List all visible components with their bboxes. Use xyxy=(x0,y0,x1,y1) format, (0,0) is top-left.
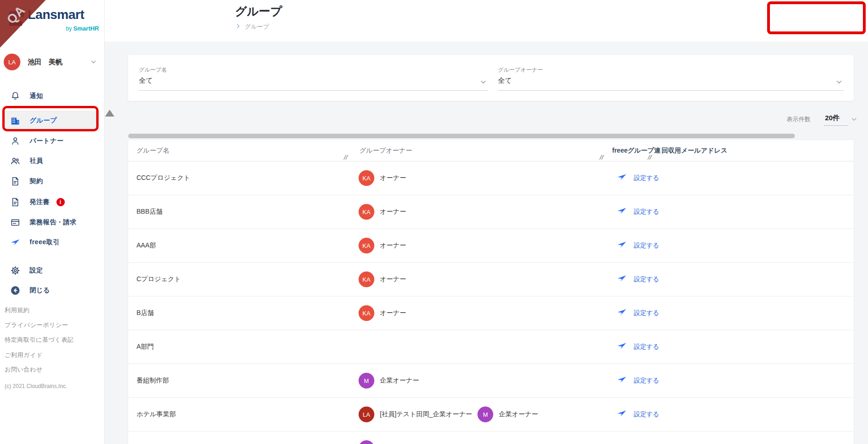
group-name-cell: A部門 xyxy=(128,343,348,351)
sidebar-item-label: freee取引 xyxy=(30,238,60,247)
breadcrumb-item: グループ xyxy=(245,23,269,31)
sidebar-item-label: 社員 xyxy=(30,157,43,165)
user-menu[interactable]: LA 池田 美帆 xyxy=(3,52,101,72)
freee-setup-link[interactable]: 設定する xyxy=(634,376,659,385)
filter-panel: グループ名 全て グループオーナー 全て xyxy=(128,55,854,101)
logo-byline: by SmartHR xyxy=(66,25,99,32)
owner-avatar: KA xyxy=(359,305,374,321)
freee-link-cell: 設定する xyxy=(604,172,652,184)
freee-swallow-icon xyxy=(617,408,627,420)
select-underline xyxy=(824,125,848,126)
group-name-select[interactable]: グループ名 全て xyxy=(139,66,488,92)
footer-link[interactable]: ご利用ガイド xyxy=(5,351,43,359)
freee-setup-link[interactable]: 設定する xyxy=(634,174,659,182)
chevron-down-icon xyxy=(850,116,858,125)
bell-icon xyxy=(10,91,20,101)
column-header-group-owner: グループオーナー xyxy=(348,147,604,155)
sidebar-item-employees[interactable]: 社員 xyxy=(0,151,105,171)
freee-swallow-icon xyxy=(617,172,627,184)
freee-swallow-icon xyxy=(617,240,627,252)
freee-setup-link[interactable]: 設定する xyxy=(634,208,659,216)
owner-avatar: KA xyxy=(359,204,374,220)
freee-swallow-icon xyxy=(617,375,627,387)
footer-link[interactable]: 特定商取引に基づく表記 xyxy=(5,336,74,344)
column-resize-grip-icon[interactable] xyxy=(646,154,653,160)
horizontal-scrollbar[interactable] xyxy=(128,134,795,138)
freee-setup-link[interactable]: 設定する xyxy=(634,275,659,284)
freee-link-cell: 設定する xyxy=(604,442,652,444)
people-icon xyxy=(10,156,20,166)
table-row: AAA部KAオーナー設定する xyxy=(128,229,854,263)
sidebar-item-contracts[interactable]: 契約 xyxy=(0,171,105,191)
person-icon xyxy=(10,136,20,146)
freee-swallow-icon xyxy=(617,341,627,353)
freee-swallow-icon xyxy=(617,307,627,319)
owner-name: 企業オーナー xyxy=(499,410,538,419)
document-icon xyxy=(10,176,20,186)
freee-link-cell: 設定する xyxy=(604,273,652,285)
group-name-cell: Cプロジェクト xyxy=(128,275,348,284)
group-owner-cell xyxy=(348,440,604,444)
app-root: Lansmart by SmartHR QA LA 池田 美帆 通知グループパー… xyxy=(0,0,868,444)
group-owner-select[interactable]: グループオーナー 全て xyxy=(498,66,844,92)
copyright-text: (c) 2021 CloudBrains,Inc. xyxy=(5,383,67,389)
footer-link[interactable]: 利用規約 xyxy=(5,306,30,314)
owner-avatar: KA xyxy=(359,170,374,186)
table-header-row: グループ名 グループオーナー freeeグループ連 回収用メールアドレス xyxy=(128,140,854,161)
table-row: 設定する xyxy=(128,432,854,444)
group-owner-cell: KAオーナー xyxy=(348,271,604,287)
sidebar-item-partners[interactable]: パートナー xyxy=(0,131,105,151)
building-icon xyxy=(10,116,20,126)
group-owner-cell: KAオーナー xyxy=(348,305,604,321)
per-page-select[interactable]: 20件 xyxy=(825,114,840,123)
freee-setup-link[interactable]: 設定する xyxy=(634,343,659,351)
column-resize-grip-icon[interactable] xyxy=(342,154,349,160)
freee-setup-link[interactable]: 設定する xyxy=(634,241,659,250)
sidebar-item-reports-billing[interactable]: 業務報告・請求 xyxy=(0,212,105,233)
select-underline xyxy=(139,90,488,91)
chevron-down-icon xyxy=(835,78,843,88)
sidebar-item-close[interactable]: 閉じる xyxy=(0,280,105,301)
collapse-icon xyxy=(10,285,20,296)
column-header-group-name: グループ名 xyxy=(128,147,348,155)
freee-link-cell: 設定する xyxy=(604,206,652,218)
group-name-cell: B店舗 xyxy=(128,309,348,317)
document-icon xyxy=(10,197,20,207)
sidebar-item-label: グループ xyxy=(30,117,57,125)
owner-name: [社員]テスト田岡_企業オーナー xyxy=(380,410,472,419)
column-resize-grip-icon[interactable] xyxy=(598,154,605,160)
sidebar-item-purchase-orders[interactable]: 発注書i xyxy=(0,192,105,212)
sidebar-item-freee-transactions[interactable]: freee取引 xyxy=(0,232,105,253)
sidebar-item-settings[interactable]: 設定 xyxy=(0,260,105,281)
table-row: 番組制作部M企業オーナー設定する xyxy=(128,364,854,398)
table-body: CCCプロジェクトKAオーナー設定するBBB店舗KAオーナー設定するAAA部KA… xyxy=(128,161,854,444)
owner-name: オーナー xyxy=(380,275,406,284)
user-avatar: LA xyxy=(4,54,20,70)
group-owner-select-value: 全て xyxy=(498,76,512,85)
sidebar-item-notifications[interactable]: 通知 xyxy=(0,86,105,106)
collapse-triangle-icon[interactable] xyxy=(105,110,114,117)
owner-avatar: KA xyxy=(359,271,374,287)
freee-setup-link[interactable]: 設定する xyxy=(634,309,659,317)
group-name-select-value: 全て xyxy=(139,76,153,85)
groups-table: グループ名 グループオーナー freeeグループ連 回収用メールアドレス CCC… xyxy=(128,140,854,444)
group-name-cell: CCCプロジェクト xyxy=(128,174,348,182)
sidebar-item-groups[interactable]: グループ xyxy=(4,111,100,131)
per-page-control: 表示件数 20件 xyxy=(787,112,861,129)
group-owner-select-label: グループオーナー xyxy=(498,66,543,74)
freee-link-cell: 設定する xyxy=(604,408,652,420)
footer-link[interactable]: お問い合わせ xyxy=(5,365,43,374)
chevron-down-icon xyxy=(479,78,487,88)
breadcrumb[interactable]: グループ xyxy=(235,23,269,31)
owner-name: オーナー xyxy=(380,309,406,317)
table-row: CCCプロジェクトKAオーナー設定する xyxy=(128,161,854,195)
freee-setup-link[interactable]: 設定する xyxy=(634,410,659,419)
report-icon xyxy=(10,217,20,228)
owner-avatar: LA xyxy=(359,407,374,422)
owner-avatar: KA xyxy=(359,238,374,253)
sidebar-item-label: 契約 xyxy=(30,177,43,185)
owner-name: オーナー xyxy=(380,241,406,250)
column-header-freee-group: freeeグループ連 xyxy=(604,147,652,155)
footer-link[interactable]: プライバシーポリシー xyxy=(5,321,68,329)
freee-swallow-icon xyxy=(10,237,20,247)
